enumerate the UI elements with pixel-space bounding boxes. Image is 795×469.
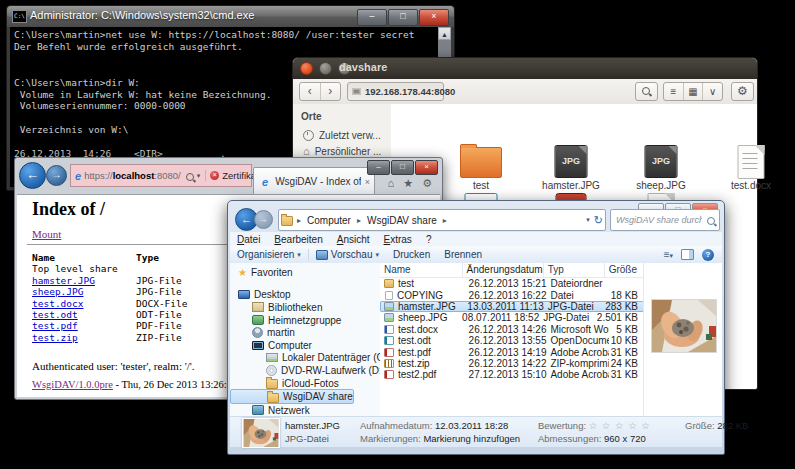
scroll-up-icon[interactable]: ▲ — [438, 27, 451, 40]
tree-item-computer[interactable]: Computer — [230, 339, 380, 352]
menu-bearbeiten[interactable]: Bearbeiten — [267, 234, 329, 245]
file-item-test[interactable]: test — [438, 144, 524, 192]
file-row-hamster[interactable]: hamster.JPG 13.03.2011 11:13JPG-Datei283… — [380, 301, 644, 312]
breadcrumb-computer[interactable]: Computer — [305, 215, 353, 226]
file-type: ZIP-File — [136, 332, 226, 343]
menu-datei[interactable]: Datei — [230, 234, 267, 245]
file-row-test[interactable]: test 26.12.2013 15:21Dateiordner — [380, 278, 644, 289]
file-item-hamster[interactable]: JPG hamster.JPG — [528, 144, 614, 192]
menu-hilfe[interactable]: ? — [419, 234, 439, 245]
browser-tab[interactable]: e WsgiDAV - Index of / × — [253, 167, 375, 195]
breadcrumb[interactable]: ▸ Computer ▸ WsgiDAV share ▸ ▾ ↻ — [278, 209, 606, 231]
tree-item-heimnetzgruppe[interactable]: Heimnetzgruppe — [230, 314, 380, 327]
folder-icon — [384, 279, 394, 288]
add-tag-link[interactable]: Markierung hinzufügen — [423, 433, 520, 444]
grid-view-button[interactable]: ▦ — [683, 83, 703, 100]
file-row-copying[interactable]: COPYING 26.12.2013 16:22Datei18 KB — [380, 289, 644, 300]
list-view-button[interactable]: ≡ — [664, 83, 683, 100]
close-button[interactable]: × — [415, 160, 438, 175]
home-icon: ⌂ — [303, 147, 310, 156]
refresh-icon[interactable]: ↻ — [594, 214, 603, 227]
close-button[interactable] — [300, 62, 313, 75]
odt-icon — [384, 336, 394, 345]
column-header-date[interactable]: Änderungsdatum — [463, 263, 544, 277]
tree-item-martin[interactable]: martin — [230, 326, 380, 339]
file-link[interactable]: hamster.JPG — [32, 275, 95, 286]
maximize-button[interactable]: □ — [391, 160, 414, 175]
rating-stars[interactable]: ☆ ☆ ☆ ☆ ☆ — [589, 420, 651, 431]
tree-item-favoriten[interactable]: ★Favoriten — [230, 266, 380, 279]
size-value: 282 KB — [717, 420, 748, 431]
taken-date-value: 12.03.2011 18:28 — [435, 420, 508, 431]
browser-chrome[interactable]: ← → e https://localhost:8080/ ▾ Zertifik… — [15, 158, 442, 194]
folder-icon — [460, 147, 502, 178]
cmd-titlebar[interactable]: C:\ Administrator: C:\Windows\system32\c… — [7, 6, 454, 27]
address-bar[interactable]: e https://localhost:8080/ ▾ Zertifikatfe… — [70, 164, 252, 187]
wsgidav-link[interactable]: WsgiDAV/1.0.0pre — [32, 379, 113, 390]
back-button[interactable]: ‹ — [300, 83, 321, 100]
column-header-type[interactable]: Typ — [544, 263, 605, 277]
gear-icon[interactable]: ⚙ — [422, 177, 432, 190]
file-row-docx[interactable]: test.docx 26.12.2013 14:26Microsoft Word… — [380, 324, 644, 335]
menu-extras[interactable]: Extras — [377, 234, 419, 245]
file-icon — [385, 291, 393, 300]
search-button[interactable]: ▾ — [185, 169, 201, 183]
minimize-button[interactable]: – — [367, 160, 390, 175]
gear-button[interactable]: ⚙ — [731, 82, 754, 101]
sidebar-item-label: Zuletzt verw... — [319, 130, 381, 141]
search-box[interactable] — [610, 209, 720, 231]
view-options-caret[interactable]: ∨ — [702, 83, 722, 100]
window-title: davshare — [339, 61, 387, 73]
tree-item-netzwerk[interactable]: Netzwerk — [230, 404, 380, 417]
address-bar[interactable]: 192.168.178.44:8080 — [347, 82, 444, 101]
server-icon — [352, 88, 361, 95]
close-button[interactable]: × — [419, 9, 449, 26]
tree-item-lokaler-datentraeger[interactable]: Lokaler Datenträger (C:) — [230, 352, 380, 365]
burn-button[interactable]: Brennen — [437, 249, 489, 260]
url-host: localhost — [113, 170, 155, 181]
preview-button[interactable]: Vorschau▾ — [309, 249, 386, 260]
file-link[interactable]: test.odt — [32, 309, 78, 320]
search-input[interactable] — [614, 211, 704, 229]
tree-item-icloud-fotos[interactable]: iCloud-Fotos — [230, 377, 380, 390]
tree-item-desktop[interactable]: Desktop — [230, 289, 380, 302]
davshare-titlebar[interactable]: davshare — [293, 58, 757, 79]
print-button[interactable]: Drucken — [386, 249, 437, 260]
file-item-docx[interactable]: test.docx — [708, 144, 794, 192]
file-row-sheep[interactable]: sheep.JPG 08.07.2011 18:52JPG-Datei2.501… — [380, 312, 644, 323]
forward-button[interactable]: → — [254, 210, 273, 229]
home-icon[interactable]: ⌂ — [388, 177, 395, 190]
organize-button[interactable]: Organisieren▾ — [230, 249, 308, 260]
tree-item-dvd-laufwerk[interactable]: DVD-RW-Laufwerk (D:) — [230, 364, 380, 377]
help-icon[interactable]: ? — [702, 249, 714, 261]
minimize-button[interactable]: – — [357, 9, 387, 26]
file-link[interactable]: test.docx — [32, 298, 83, 309]
favorites-star-icon[interactable]: ★ — [403, 177, 413, 190]
column-header-name[interactable]: Name — [380, 263, 463, 277]
minimize-button[interactable] — [319, 62, 332, 75]
tree-item-wsgidav-share[interactable]: WsgiDAV share — [230, 389, 354, 404]
maximize-button[interactable]: □ — [388, 9, 418, 26]
back-button[interactable]: ← — [19, 162, 46, 189]
file-row-pdf2[interactable]: test2.pdf 27.12.2013 15:10Adobe Acrobat … — [380, 369, 644, 380]
file-item-sheep[interactable]: JPG sheep.JPG — [618, 144, 704, 192]
file-row-pdf[interactable]: test.pdf 26.12.2013 14:19Adobe Acrobat D… — [380, 346, 644, 357]
menu-ansicht[interactable]: Ansicht — [330, 234, 377, 245]
file-link[interactable]: test.zip — [32, 332, 78, 343]
search-button[interactable] — [635, 82, 658, 101]
file-row-zip[interactable]: test.zip 26.12.2013 14:22ZIP-komprimiert… — [380, 358, 644, 369]
history-caret-icon[interactable]: ▾ — [586, 216, 590, 224]
column-header-size[interactable]: Größe — [605, 263, 644, 277]
preview-pane-toggle[interactable] — [681, 249, 694, 260]
tab-close-icon[interactable]: × — [365, 177, 370, 187]
mount-link[interactable]: Mount — [32, 228, 61, 240]
sidebar-item-recent[interactable]: Zuletzt verw... — [293, 127, 391, 143]
file-row-odt[interactable]: test.odt 26.12.2013 13:55OpenDocument T.… — [380, 335, 644, 346]
file-link[interactable]: sheep.JPG — [32, 286, 83, 297]
forward-button[interactable]: › — [321, 83, 341, 100]
breadcrumb-wsgidav-share[interactable]: WsgiDAV share — [365, 215, 439, 226]
change-view-button[interactable]: ≡▾ — [664, 249, 673, 260]
forward-button[interactable]: → — [46, 165, 67, 186]
file-link[interactable]: test.pdf — [32, 320, 78, 331]
tree-item-bibliotheken[interactable]: Bibliotheken — [230, 301, 380, 314]
